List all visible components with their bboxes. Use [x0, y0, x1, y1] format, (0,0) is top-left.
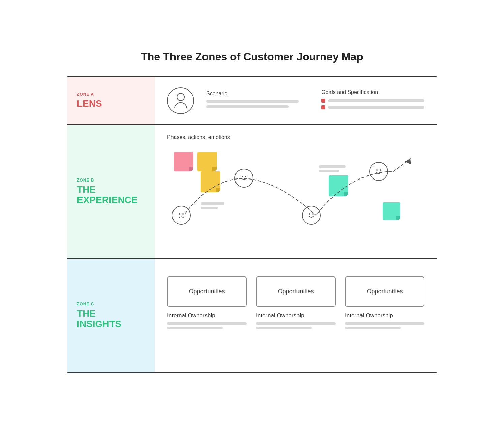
avatar-head — [177, 93, 185, 101]
svg-point-5 — [312, 213, 314, 215]
scenario-title: Scenario — [206, 91, 309, 97]
goal-item-1 — [321, 99, 424, 103]
face-happy — [302, 206, 321, 225]
exp-line-2a — [319, 165, 346, 168]
insight-card-1: Opportunities — [167, 276, 247, 307]
zone-a-name: LENS — [77, 99, 146, 109]
face-bigsmile — [369, 162, 388, 181]
exp-line-2b — [319, 170, 339, 172]
insight-line-2b — [256, 327, 312, 329]
insight-line-3b — [345, 327, 401, 329]
goal-line-2 — [328, 106, 424, 109]
exp-line-1b — [201, 207, 218, 209]
page-title: The Three Zones of Customer Journey Map — [67, 51, 437, 63]
sticky-teal-2 — [383, 202, 400, 220]
journey-diagram: ZONE A LENS Scenario — [67, 76, 437, 373]
zone-c-label: ZONE C THE INSIGHTS — [67, 259, 155, 372]
sticky-pink — [174, 152, 193, 171]
insight-ownership-3: Internal Ownership — [345, 312, 393, 319]
face-neutral — [234, 169, 253, 188]
avatar — [167, 87, 194, 114]
svg-point-7 — [380, 169, 381, 171]
insight-card-2-label: Opportunities — [278, 288, 314, 295]
scenario-line-2 — [206, 105, 289, 108]
insight-box-3: Opportunities Internal Ownership — [345, 276, 424, 331]
goal-item-2 — [321, 105, 424, 109]
exp-lines-2 — [319, 165, 346, 174]
insight-card-2: Opportunities — [256, 276, 336, 307]
page-container: The Three Zones of Customer Journey Map … — [67, 51, 437, 373]
svg-point-0 — [179, 213, 180, 215]
experience-area — [167, 149, 424, 239]
phases-label: Phases, actions, emotions — [167, 134, 424, 140]
exp-lines-1 — [201, 202, 224, 211]
insight-box-2: Opportunities Internal Ownership — [256, 276, 336, 331]
zone-a-content: Scenario Goals and Specification — [155, 77, 437, 124]
zone-a-tag: ZONE A — [77, 92, 146, 97]
goal-dot-1 — [321, 99, 325, 103]
zone-b-tag: ZONE B — [77, 178, 146, 183]
zone-c-row: ZONE C THE INSIGHTS Opportunities Intern… — [67, 259, 437, 372]
zone-c-content: Opportunities Internal Ownership Opportu… — [155, 259, 437, 372]
insight-card-3-label: Opportunities — [367, 288, 403, 295]
insight-line-1b — [167, 327, 223, 329]
insight-line-1a — [167, 322, 247, 325]
insight-ownership-2: Internal Ownership — [256, 312, 304, 319]
avatar-inner — [174, 93, 187, 108]
zone-b-content: Phases, actions, emotions — [155, 125, 437, 258]
exp-line-1a — [201, 202, 224, 205]
zone-b-row: ZONE B THE EXPERIENCE Phases, actions, e… — [67, 125, 437, 259]
zone-b-inner: Phases, actions, emotions — [167, 134, 424, 249]
goal-line-1 — [328, 99, 424, 102]
zone-b-label: ZONE B THE EXPERIENCE — [67, 125, 155, 258]
goal-dot-2 — [321, 105, 325, 109]
insight-line-3a — [345, 322, 424, 325]
insight-card-3: Opportunities — [345, 276, 424, 307]
scenario-block: Scenario — [206, 91, 309, 111]
insight-card-1-label: Opportunities — [189, 288, 225, 295]
sticky-teal-1 — [329, 175, 348, 196]
insight-ownership-1: Internal Ownership — [167, 312, 215, 319]
goals-title: Goals and Specification — [321, 89, 424, 95]
sticky-yellow-1 — [197, 152, 217, 171]
zone-c-inner: Opportunities Internal Ownership Opportu… — [167, 268, 424, 363]
svg-point-3 — [245, 176, 246, 177]
insight-box-1: Opportunities Internal Ownership — [167, 276, 247, 331]
sticky-yellow-2 — [201, 171, 220, 192]
svg-marker-8 — [405, 157, 413, 165]
zone-b-name: THE EXPERIENCE — [77, 185, 146, 205]
avatar-body — [174, 102, 187, 108]
goals-block: Goals and Specification — [321, 89, 424, 112]
zone-a-row: ZONE A LENS Scenario — [67, 77, 437, 125]
svg-point-2 — [242, 176, 243, 177]
zone-c-name: THE INSIGHTS — [77, 308, 146, 329]
scenario-line-1 — [206, 100, 299, 103]
svg-point-4 — [309, 213, 310, 215]
face-sad — [172, 206, 191, 225]
svg-point-6 — [376, 169, 378, 171]
insight-line-2a — [256, 322, 336, 325]
zone-a-label: ZONE A LENS — [67, 77, 155, 124]
zone-c-tag: ZONE C — [77, 302, 146, 306]
svg-point-1 — [182, 213, 184, 215]
